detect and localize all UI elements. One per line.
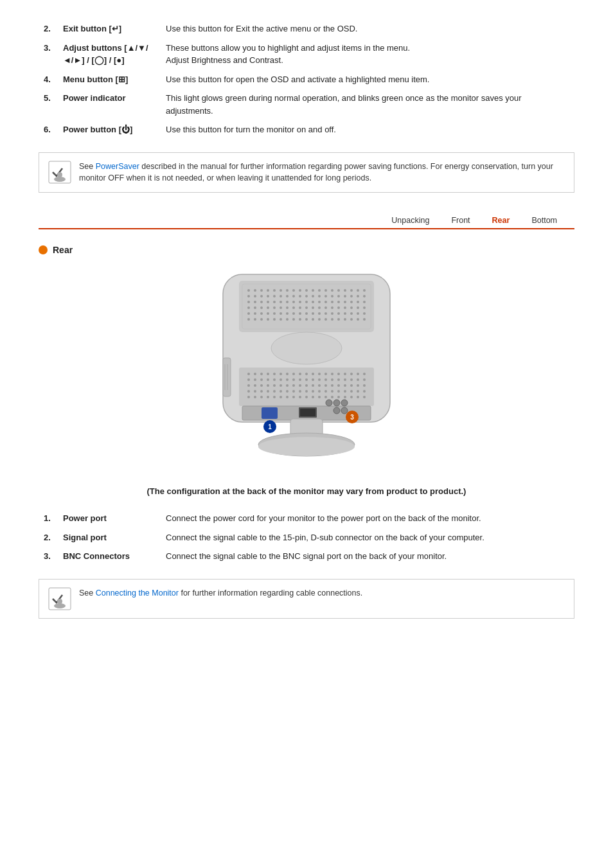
top-item-row: 5.Power indicatorThis light glows green …	[39, 89, 574, 120]
svg-point-6	[247, 289, 250, 292]
nav-tabs-area: UnpackingFrontRearBottom	[39, 212, 574, 229]
top-item-row: 2.Exit button [↵]Use this button for Exi…	[39, 19, 574, 39]
svg-point-143	[260, 378, 263, 381]
svg-point-211	[331, 396, 333, 398]
svg-point-31	[286, 295, 289, 297]
svg-point-122	[247, 373, 250, 375]
svg-point-125	[267, 373, 269, 375]
svg-point-58	[337, 301, 340, 303]
top-items-table: 2.Exit button [↵]Use this button for Exi…	[39, 19, 574, 139]
svg-point-150	[305, 378, 308, 381]
item-label: BNC Connectors	[58, 547, 161, 566]
svg-point-45	[254, 301, 256, 303]
item-desc: Connect the signal cable to the 15-pin, …	[161, 528, 574, 547]
item-number: 6.	[39, 120, 58, 139]
section-heading: Rear	[39, 245, 574, 255]
svg-point-47	[267, 301, 269, 303]
note-box-bottom: See Connecting the Monitor for further i…	[39, 579, 574, 619]
svg-point-128	[286, 373, 289, 375]
svg-point-29	[273, 295, 276, 297]
svg-point-168	[299, 384, 301, 387]
svg-point-34	[305, 295, 308, 297]
svg-point-117	[350, 318, 353, 321]
nav-tab-front[interactable]: Front	[440, 212, 481, 229]
svg-point-99	[357, 312, 359, 315]
svg-point-97	[344, 312, 346, 315]
svg-point-206	[299, 396, 301, 398]
svg-point-42	[357, 295, 359, 297]
svg-point-101	[247, 318, 250, 321]
item-label: Power port	[58, 509, 161, 528]
svg-rect-222	[300, 409, 315, 416]
svg-point-63	[247, 306, 250, 309]
svg-point-69	[286, 306, 289, 309]
powersaver-link[interactable]: PowerSaver	[96, 162, 139, 171]
svg-point-21	[344, 289, 346, 292]
item-desc: Use this button for open the OSD and act…	[161, 70, 574, 89]
svg-point-179	[247, 390, 250, 393]
svg-point-141	[247, 378, 250, 381]
nav-tab-rear[interactable]: Rear	[481, 212, 521, 229]
svg-point-67	[273, 306, 276, 309]
svg-point-207	[305, 396, 308, 398]
svg-point-201	[267, 396, 269, 398]
svg-point-104	[267, 318, 269, 321]
svg-point-192	[331, 390, 333, 393]
svg-point-23	[357, 289, 359, 292]
svg-point-126	[273, 373, 276, 375]
svg-point-203	[280, 396, 282, 398]
svg-point-158	[357, 378, 359, 381]
svg-point-120	[271, 332, 342, 364]
svg-point-234	[258, 437, 355, 456]
item-label: Power indicator	[58, 89, 161, 120]
svg-point-180	[254, 390, 256, 393]
bottom-item-row: 2.Signal portConnect the signal cable to…	[39, 528, 574, 547]
svg-text:1: 1	[268, 423, 272, 430]
svg-point-187	[299, 390, 301, 393]
svg-point-9	[267, 289, 269, 292]
nav-tab-unpacking[interactable]: Unpacking	[380, 212, 440, 229]
svg-point-159	[363, 378, 366, 381]
svg-point-144	[267, 378, 269, 381]
note-icon-top	[48, 161, 71, 184]
svg-point-84	[260, 312, 263, 315]
svg-point-176	[350, 384, 353, 387]
svg-point-2	[57, 172, 62, 177]
item-number: 2.	[39, 19, 58, 39]
svg-point-184	[280, 390, 282, 393]
svg-point-142	[254, 378, 256, 381]
svg-point-83	[254, 312, 256, 315]
svg-point-80	[357, 306, 359, 309]
svg-point-138	[350, 373, 353, 375]
item-desc: Use this button for turn the monitor on …	[161, 120, 574, 139]
svg-point-51	[292, 301, 295, 303]
svg-point-183	[273, 390, 276, 393]
svg-point-145	[273, 378, 276, 381]
svg-point-193	[337, 390, 340, 393]
svg-point-54	[312, 301, 314, 303]
svg-point-124	[260, 373, 263, 375]
svg-point-169	[305, 384, 308, 387]
svg-text:3: 3	[350, 414, 354, 421]
svg-point-1	[54, 177, 66, 182]
svg-point-17	[318, 289, 321, 292]
nav-tab-bottom[interactable]: Bottom	[520, 212, 568, 229]
section-heading-text: Rear	[53, 245, 73, 255]
svg-point-189	[312, 390, 314, 393]
svg-point-41	[350, 295, 353, 297]
svg-point-107	[286, 318, 289, 321]
svg-point-71	[299, 306, 301, 309]
item-label: Menu button [⊞]	[58, 70, 161, 89]
svg-point-18	[324, 289, 327, 292]
svg-point-37	[324, 295, 327, 297]
note-icon-bottom	[48, 587, 71, 610]
svg-point-228	[341, 407, 348, 414]
svg-point-68	[280, 306, 282, 309]
bottom-items-table: 1.Power portConnect the power cord for y…	[39, 509, 574, 566]
svg-point-30	[280, 295, 282, 297]
svg-point-52	[299, 301, 301, 303]
connecting-monitor-link[interactable]: Connecting the Monitor	[96, 589, 179, 598]
svg-point-149	[299, 378, 301, 381]
svg-point-106	[280, 318, 282, 321]
note-text-top: See PowerSaver described in the manual f…	[79, 161, 565, 185]
